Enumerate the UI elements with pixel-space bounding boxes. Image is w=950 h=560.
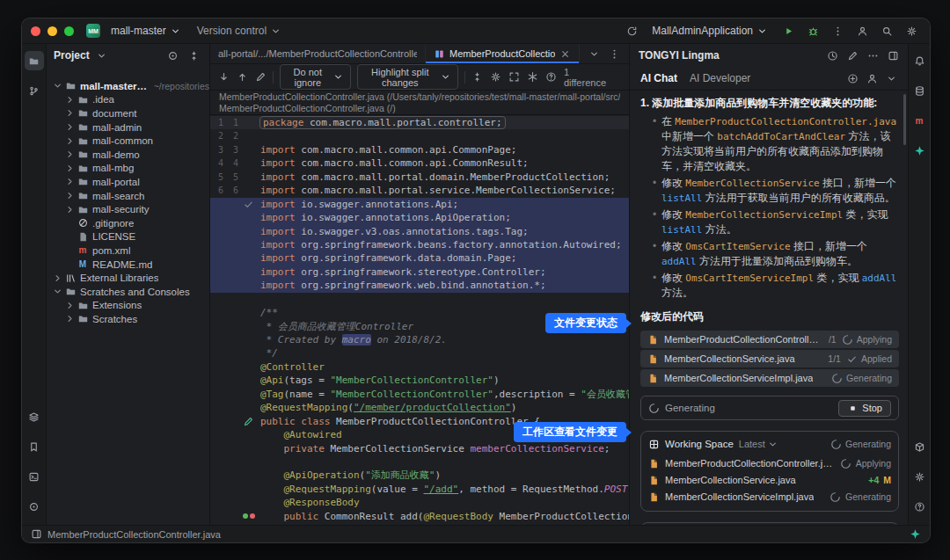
fullscreen-icon[interactable] <box>508 69 521 85</box>
scrollbar[interactable] <box>903 94 906 145</box>
chevron-right-icon[interactable] <box>64 204 76 215</box>
chevron-right-icon[interactable] <box>52 273 63 284</box>
collapse-all-icon[interactable] <box>185 47 202 63</box>
file-change-card[interactable]: MemberCollectionService.java1/1Applied <box>640 350 899 367</box>
tree-item-external-libraries[interactable]: External Libraries <box>47 271 209 285</box>
working-space-file[interactable]: MemberCollectionServiceImpl.javaGenerati… <box>648 489 891 505</box>
chevron-right-icon[interactable] <box>64 163 76 174</box>
tree-item-document[interactable]: document <box>47 106 209 120</box>
previous-difference-icon[interactable] <box>236 69 248 85</box>
tab-ai-chat[interactable]: AI Chat <box>640 72 677 84</box>
tree-item-license[interactable]: LICENSE <box>47 230 209 244</box>
profile-icon[interactable] <box>852 22 872 40</box>
build-icon[interactable] <box>910 437 929 456</box>
lingma-icon[interactable] <box>910 141 929 160</box>
tree-item-pom-xml[interactable]: mpom.xml <box>47 244 209 258</box>
chevron-down-icon[interactable] <box>886 73 897 84</box>
chevron-right-icon[interactable] <box>64 107 76 119</box>
chevron-right-icon[interactable] <box>64 121 76 133</box>
project-icon[interactable] <box>25 51 44 70</box>
chevron-right-icon[interactable] <box>64 313 76 324</box>
tree-item-scratches[interactable]: Scratches <box>47 312 209 326</box>
services-icon[interactable] <box>910 467 929 486</box>
file-change-card[interactable]: MemberProductCollectionController.java/1… <box>640 331 899 348</box>
lingma-status-icon[interactable] <box>910 528 921 540</box>
tree-item-mall-portal[interactable]: mall-portal <box>47 175 209 189</box>
sync-icon[interactable] <box>622 22 641 40</box>
run-gutter-icon[interactable] <box>238 513 259 519</box>
collapse-unchanged-icon[interactable] <box>471 69 484 85</box>
tree-item-idea[interactable]: .idea <box>47 93 209 107</box>
tree-item-scratches-and-consoles[interactable]: Scratches and Consoles <box>47 285 209 299</box>
chevron-right-icon[interactable] <box>64 135 76 147</box>
tree-item-mall-admin[interactable]: mall-admin <box>47 120 209 135</box>
jump-to-source-icon[interactable] <box>254 69 267 85</box>
tree-item-mall-master-mall[interactable]: mall-master [mall]~/repositories <box>47 79 209 93</box>
editor-tab[interactable]: all-portal/.../MemberProductCollectionCo… <box>210 44 426 63</box>
chevron-right-icon[interactable] <box>64 300 76 311</box>
problems-icon[interactable] <box>25 497 44 516</box>
diff-settings-icon[interactable] <box>490 69 502 85</box>
notifications-icon[interactable] <box>910 51 929 70</box>
tab-ai-developer[interactable]: AI Developer <box>690 72 750 84</box>
new-chat-icon[interactable] <box>847 50 859 62</box>
chevron-right-icon[interactable] <box>64 94 76 105</box>
help-icon[interactable] <box>910 497 929 516</box>
hidden-tabs-icon[interactable] <box>588 48 600 60</box>
minimize-window-button[interactable] <box>48 26 57 36</box>
help-icon[interactable] <box>545 69 558 85</box>
ignore-policy-select[interactable]: Do not ignore <box>280 64 351 90</box>
select-opened-file-icon[interactable] <box>164 47 181 63</box>
chevron-right-icon[interactable] <box>64 190 76 201</box>
debug-button[interactable] <box>803 22 822 40</box>
next-difference-icon[interactable] <box>217 69 230 85</box>
tree-item-mall-demo[interactable]: mall-demo <box>47 148 209 162</box>
commit-icon[interactable] <box>25 81 44 100</box>
run-configuration-selector[interactable]: MallAdminApplication <box>647 23 773 39</box>
account-icon[interactable] <box>866 73 878 84</box>
layout-icon[interactable] <box>31 528 42 540</box>
chevron-down-icon[interactable] <box>93 47 111 63</box>
database-icon[interactable] <box>910 81 929 100</box>
close-window-button[interactable] <box>31 26 40 36</box>
chevron-down-icon[interactable] <box>52 80 63 91</box>
working-space-file[interactable]: MemberCollectionService.java+4M <box>648 472 891 489</box>
structure-icon[interactable] <box>25 407 44 426</box>
search-everywhere-icon[interactable] <box>877 22 896 40</box>
more-actions-icon[interactable] <box>828 22 847 40</box>
history-icon[interactable] <box>827 50 838 62</box>
chevron-right-icon[interactable] <box>64 149 76 160</box>
tab-options-icon[interactable] <box>609 48 620 60</box>
highlight-policy-select[interactable]: Highlight split changes <box>357 64 458 90</box>
bookmarks-icon[interactable] <box>25 437 44 456</box>
close-icon[interactable] <box>559 48 571 60</box>
working-space-file[interactable]: MemberProductCollectionController.javaAp… <box>648 455 891 472</box>
breadcrumb[interactable]: MemberProductCollectionController.java <box>48 529 221 540</box>
tree-item-extensions[interactable]: Extensions <box>47 299 209 313</box>
vcs-widget[interactable]: Version control <box>192 23 287 39</box>
tree-item-mall-common[interactable]: mall-common <box>47 134 209 148</box>
tree-item-mall-mbg[interactable]: mall-mbg <box>47 162 209 176</box>
tree-item-readme-md[interactable]: MREADME.md <box>47 258 209 272</box>
file-change-card[interactable]: MemberCollectionServiceImpl.javaGenerati… <box>640 369 899 387</box>
editor-tab[interactable]: MemberProductCollectionController.java <box>426 44 580 63</box>
run-button[interactable] <box>778 22 798 40</box>
zoom-window-button[interactable] <box>64 26 74 36</box>
chevron-down-icon[interactable] <box>52 286 63 297</box>
latest-filter-dropdown[interactable]: Latest <box>739 437 778 452</box>
tree-item-mall-security[interactable]: mall-security <box>47 202 209 216</box>
stop-button[interactable]: Stop <box>838 400 891 417</box>
highlight-mode-icon[interactable] <box>527 69 539 85</box>
project-switcher[interactable]: mall-master <box>106 23 186 39</box>
more-options-icon[interactable] <box>867 50 879 62</box>
terminal-icon[interactable] <box>25 467 44 486</box>
new-session-icon[interactable] <box>847 73 859 84</box>
chat-input-box[interactable]: Add Context 添加到购物车时， <box>640 522 899 525</box>
maven-icon[interactable]: m <box>910 111 929 130</box>
tree-item-gitignore[interactable]: .gitignore <box>47 216 209 230</box>
hide-panel-icon[interactable] <box>888 50 899 62</box>
chevron-right-icon[interactable] <box>64 176 76 187</box>
settings-gear-icon[interactable] <box>902 22 921 40</box>
tree-item-mall-search[interactable]: mall-search <box>47 189 209 203</box>
code-line: 66import com.macro.mall.portal.service.M… <box>210 184 629 197</box>
